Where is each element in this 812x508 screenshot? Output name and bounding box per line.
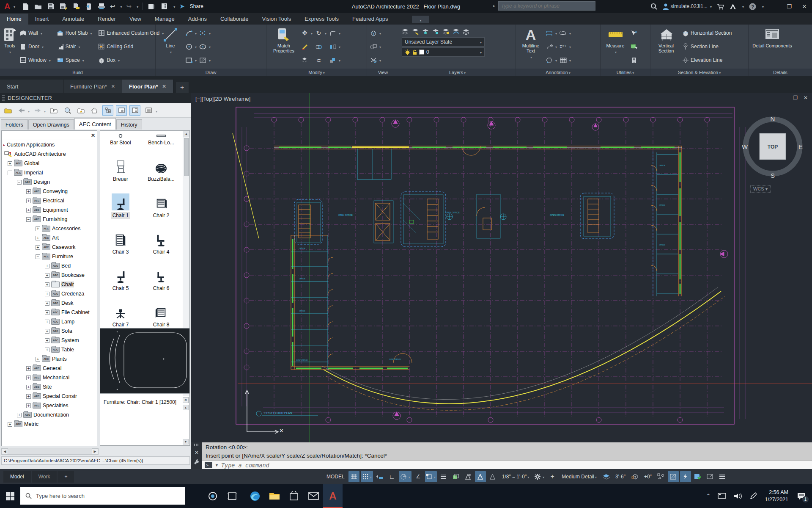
content-item-chair-6[interactable]: Chair 6 [141,257,181,293]
layer-properties-icon[interactable] [402,28,409,35]
hatch-button[interactable] [199,55,211,65]
tab-collaborate[interactable]: Collaborate [214,14,255,25]
tree-item-metric[interactable]: +AECMetric [2,420,97,429]
tab-annotate[interactable]: Annotate [55,14,91,25]
dc-tab-aec-content[interactable]: AEC Content [74,118,116,130]
tray-clock[interactable]: 2:56 AM 1/27/2021 [765,489,788,503]
polar-tracking-toggle[interactable] [399,471,411,482]
drag-grip-icon[interactable] [194,444,199,446]
expand-icon[interactable]: + [26,199,31,203]
expand-icon[interactable]: + [26,208,31,213]
expand-icon[interactable]: + [45,273,49,278]
layer-edit-icon[interactable] [412,28,419,35]
layer-key-overrides-icon[interactable] [601,471,612,482]
enhanced-custom-grid-button[interactable]: Enhanced Custom Grid [98,28,164,38]
tree-item-equipment[interactable]: +AECEquipment [2,205,97,215]
label-view[interactable]: View [367,69,399,76]
expand-icon[interactable]: + [26,403,31,408]
tree-item-general[interactable]: +AECGeneral [2,364,97,373]
layer-freeze-icon[interactable]: ✱ [422,28,429,35]
open-folder-icon[interactable] [34,3,42,10]
customize-wrench-icon[interactable] [194,459,200,465]
table-button[interactable] [560,55,571,65]
tree-item-accessories[interactable]: +AECAccessories [2,224,97,233]
close-tab-icon[interactable]: ✕ [162,84,166,89]
scroll-thumb[interactable] [184,138,189,176]
tab-view[interactable]: View [123,14,148,25]
tree-view-toggle-icon[interactable] [102,105,113,116]
expand-icon[interactable]: + [17,413,22,417]
circle-button[interactable] [185,41,197,52]
layer-state-dropdown[interactable]: Unsaved Layer State [402,37,485,47]
expand-icon[interactable]: + [36,357,40,362]
osnap-2d-toggle[interactable] [475,471,486,482]
wall-button[interactable]: Wall [19,28,51,38]
detail-components-button[interactable]: Detail Components [751,26,793,67]
space-button[interactable]: Space [57,55,92,65]
trim-button[interactable]: ⊂ [315,55,326,65]
tree-item-site[interactable]: +AECSite [2,382,97,392]
app-menu-caret-icon[interactable] [13,3,15,9]
dimension-button[interactable] [546,28,557,38]
label-annotation[interactable]: Annotation [516,69,601,76]
label-utilities[interactable]: Utilities [601,69,650,76]
quick-calc-button[interactable] [630,55,637,65]
tree-item-bed[interactable]: +AECBed [2,261,97,271]
collapse-icon[interactable]: − [36,254,40,259]
save-icon[interactable] [47,3,55,10]
dc-tab-open-drawings[interactable]: Open Drawings [28,119,74,130]
measure-button[interactable]: Measure [603,26,628,67]
cortana-icon[interactable] [203,484,222,508]
graphics-performance-toggle[interactable] [680,471,691,482]
expand-icon[interactable]: + [36,245,40,250]
content-item-chair-2[interactable]: Chair 2 [141,184,181,221]
roof-slab-button[interactable]: Roof Slab [57,28,92,38]
tree-item-electrical[interactable]: +AECElectrical [2,196,97,205]
help-search-box[interactable] [498,1,595,11]
lineweight-toggle[interactable] [438,471,449,482]
close-command-icon[interactable]: ✕ [195,450,199,456]
content-item-chair-7[interactable]: Chair 7 [100,293,141,330]
start-button[interactable] [0,484,20,508]
tab-featured-apps[interactable]: Featured Apps [346,14,395,25]
drawing-area[interactable]: [−][Top][2D Wireframe] –❐✕ [191,93,812,442]
annotation-add-icon[interactable]: + [547,471,558,482]
move-button[interactable]: ✥ [301,28,313,38]
ortho-mode-toggle[interactable]: ∟ [387,471,398,482]
transparency-toggle[interactable] [450,471,461,482]
dynamic-input-toggle[interactable] [374,471,385,482]
expand-icon[interactable]: + [26,385,31,389]
command-input-row[interactable]: >_ ▼ [202,461,812,469]
line-button[interactable]: Line [158,26,183,67]
isodraft-toggle[interactable]: ∠ [413,471,424,482]
tree-item-desk[interactable]: +AECDesk [2,298,97,308]
match-properties-button[interactable]: Match Properties [269,26,299,67]
autodesk-caret-icon[interactable] [741,3,744,9]
layer-isolate-icon[interactable] [442,28,450,35]
tray-chevron-icon[interactable]: ⌃ [706,493,710,499]
expand-icon[interactable]: + [45,292,49,296]
microsoft-store-icon[interactable] [284,484,304,508]
qat-customize-caret-icon[interactable] [173,3,175,9]
ceiling-grid-button[interactable]: Ceiling Grid [98,41,164,52]
layout-tab-work[interactable]: Work [32,471,57,483]
tree-item-mechanical[interactable]: +AECMechanical [2,373,97,382]
selection-filtering-icon[interactable] [656,471,667,482]
undo-caret-icon[interactable] [120,3,122,9]
share-label[interactable]: Share [190,3,203,9]
tree-item-casework[interactable]: +AECCasework [2,243,97,252]
label-layers[interactable]: Layers [399,69,516,76]
leader-button[interactable] [546,41,557,52]
new-tab-button[interactable]: + [176,82,189,93]
window-button[interactable]: Window [19,55,51,65]
expand-icon[interactable]: + [45,348,49,352]
tray-pen-icon[interactable] [749,492,758,500]
ellipse-button[interactable] [199,41,211,52]
share-icon[interactable]: ➤ [179,3,185,10]
plot-icon[interactable] [97,3,106,10]
ribbon-display-toggle[interactable] [412,16,429,23]
tree-item-credenza[interactable]: +AECCredenza [2,289,97,298]
tab-home[interactable]: Home [0,14,28,25]
file-explorer-icon[interactable] [265,484,284,508]
tab-vision-tools[interactable]: Vision Tools [255,14,298,25]
